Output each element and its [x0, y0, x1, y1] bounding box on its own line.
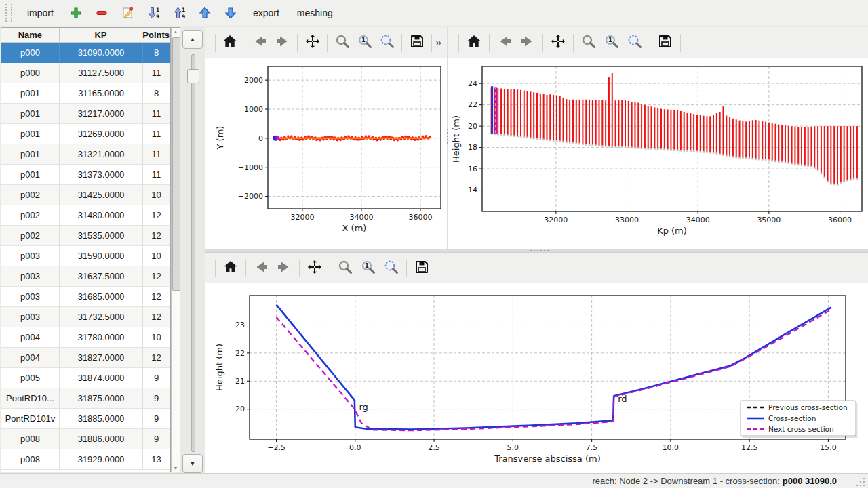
back-button[interactable]	[251, 258, 271, 279]
points-cell[interactable]: 10	[143, 185, 170, 205]
slider-handle[interactable]	[187, 69, 199, 83]
points-cell[interactable]: 9	[143, 368, 170, 388]
points-cell[interactable]: 12	[143, 205, 170, 226]
home-button[interactable]	[464, 33, 484, 53]
sort-descending-button[interactable]: 19	[142, 2, 165, 24]
name-cell[interactable]: p001	[1, 124, 60, 144]
kp-cell[interactable]: 31685.0000	[60, 287, 143, 307]
points-cell[interactable]: 11	[143, 144, 170, 165]
table-row[interactable]: p00431780.000010	[1, 327, 170, 348]
kp-cell[interactable]: 31929.0000	[60, 449, 143, 470]
name-cell[interactable]: p000	[1, 63, 60, 83]
name-cell[interactable]: p001	[1, 144, 60, 165]
kp-cell[interactable]: 31269.0000	[60, 124, 143, 144]
back-button[interactable]	[250, 33, 270, 53]
slider-up-button[interactable]: ▲	[182, 30, 203, 49]
name-cell[interactable]: p000	[1, 43, 60, 63]
kp-cell[interactable]: 31480.0000	[60, 205, 143, 226]
kp-cell[interactable]: 31165.0000	[60, 83, 143, 104]
name-cell[interactable]: p003	[1, 287, 60, 307]
points-cell[interactable]: 8	[143, 83, 170, 104]
add-cross-section-button[interactable]	[64, 2, 87, 24]
forward-button[interactable]	[274, 258, 294, 279]
cross-section-plot[interactable]: −2.50.02.55.07.510.012.515.020212223Tran…	[205, 283, 868, 476]
table-row[interactable]: p00031127.500011	[1, 63, 170, 83]
plan-view-plot[interactable]: 320003400036000−2000−1000010002000X (m)Y…	[205, 58, 447, 249]
kp-cell[interactable]: 31127.5000	[60, 63, 143, 83]
slider-down-button[interactable]: ▼	[182, 454, 203, 473]
table-row[interactable]: p00331732.500012	[1, 307, 170, 327]
table-scrollbar[interactable]: ▲ ▼	[171, 27, 180, 472]
table-row[interactable]: PontRD10...31875.00009	[1, 388, 170, 409]
column-header-points[interactable]: Points	[142, 28, 170, 42]
table-row[interactable]: p00131321.000011	[1, 144, 170, 165]
table-row[interactable]: p00131217.000011	[1, 104, 170, 124]
kp-cell[interactable]: 31885.0000	[60, 409, 143, 429]
kp-cell[interactable]: 31535.0000	[60, 226, 143, 246]
zoom-button[interactable]	[335, 258, 355, 279]
kp-cell[interactable]: 31090.0000	[60, 43, 143, 63]
table-row[interactable]: p00431827.000012	[1, 348, 170, 368]
name-cell[interactable]: p001	[1, 83, 60, 104]
zoom-one-button[interactable]: 1	[358, 258, 378, 279]
table-row[interactable]: p00131269.000011	[1, 124, 170, 144]
table-row[interactable]: p00331637.500012	[1, 266, 170, 287]
table-row[interactable]: p00531874.00009	[1, 368, 170, 388]
save-button[interactable]	[412, 258, 432, 279]
points-cell[interactable]: 11	[143, 124, 170, 144]
points-cell[interactable]: 12	[143, 348, 170, 368]
name-cell[interactable]: p003	[1, 307, 60, 327]
name-cell[interactable]: p003	[1, 266, 60, 287]
pan-button[interactable]	[548, 33, 568, 53]
import-button[interactable]: import	[20, 3, 60, 22]
table-row[interactable]: p00231535.000012	[1, 226, 170, 246]
zoom-one-button[interactable]: 1	[601, 33, 622, 53]
scroll-up-arrow-icon[interactable]: ▲	[172, 29, 180, 34]
table-row[interactable]: p00131165.00008	[1, 83, 170, 104]
edit-cross-section-button[interactable]	[116, 2, 139, 24]
points-cell[interactable]: 11	[143, 165, 170, 185]
toolbar-overflow-chevron[interactable]: »	[435, 37, 441, 49]
export-button[interactable]: export	[246, 3, 286, 22]
sort-ascending-button[interactable]: 19	[167, 2, 191, 24]
points-cell[interactable]: 12	[143, 307, 170, 327]
kp-cell[interactable]: 31590.0000	[60, 246, 143, 266]
remove-cross-section-button[interactable]	[90, 2, 113, 24]
zoom-fit-button[interactable]	[377, 33, 397, 53]
vertical-splitter[interactable]	[447, 27, 448, 249]
column-header-name[interactable]: Name	[1, 28, 60, 42]
points-cell[interactable]: 12	[143, 226, 170, 246]
kp-cell[interactable]: 31637.5000	[60, 266, 143, 287]
table-row[interactable]: p00331685.000012	[1, 287, 170, 307]
kp-cell[interactable]: 31827.0000	[60, 348, 143, 368]
table-row[interactable]: p00131373.000011	[1, 165, 170, 185]
table-row[interactable]: p00231425.000010	[1, 185, 170, 205]
name-cell[interactable]: p002	[1, 185, 60, 205]
zoom-button[interactable]	[578, 33, 599, 53]
points-cell[interactable]: 12	[143, 266, 170, 287]
zoom-fit-button[interactable]	[381, 258, 401, 279]
points-cell[interactable]: 13	[143, 449, 170, 470]
window-resize-grip[interactable]	[856, 477, 865, 486]
kp-cell[interactable]: 31732.5000	[60, 307, 143, 327]
name-cell[interactable]: p002	[1, 205, 60, 226]
name-cell[interactable]: PontRD10...	[1, 388, 60, 409]
name-cell[interactable]: p001	[1, 165, 60, 185]
meshing-button[interactable]: meshing	[290, 3, 340, 22]
kp-cell[interactable]: 31780.0000	[60, 327, 143, 348]
home-button[interactable]	[220, 258, 241, 279]
points-cell[interactable]: 12	[143, 287, 170, 307]
kp-cell[interactable]: 31373.0000	[60, 165, 143, 185]
save-button[interactable]	[407, 33, 427, 53]
name-cell[interactable]: p008	[1, 429, 60, 449]
move-down-button[interactable]	[219, 2, 242, 24]
points-cell[interactable]: 9	[143, 409, 170, 429]
points-cell[interactable]: 8	[143, 43, 170, 63]
toolbar-drag-handle[interactable]	[5, 4, 12, 22]
forward-button[interactable]	[273, 33, 292, 53]
table-row[interactable]: p00331590.000010	[1, 246, 170, 266]
column-header-kp[interactable]: KP	[60, 28, 143, 42]
points-cell[interactable]: 10	[143, 327, 170, 348]
kp-cell[interactable]: 31217.0000	[60, 104, 143, 124]
kp-cell[interactable]: 31321.0000	[60, 144, 143, 165]
